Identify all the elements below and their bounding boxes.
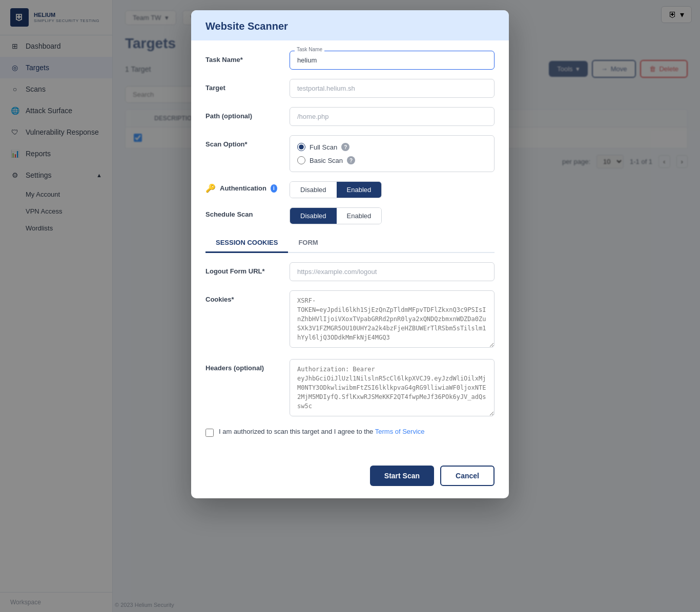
schedule-disabled-button[interactable]: Disabled <box>290 208 337 224</box>
headers-label: Headers (optional) <box>205 364 277 372</box>
full-scan-radio[interactable] <box>297 143 305 151</box>
headers-textarea[interactable] <box>290 359 495 416</box>
key-icon: 🔑 <box>205 183 216 193</box>
target-row: Target <box>205 79 495 98</box>
auth-enabled-button[interactable]: Enabled <box>337 182 382 198</box>
auth-tabs: SESSION COOKIES FORM <box>205 234 495 253</box>
modal-body: Task Name* Task Name Target <box>191 40 509 457</box>
full-scan-help-icon[interactable]: ? <box>341 143 349 151</box>
headers-row: Headers (optional) <box>205 359 495 418</box>
basic-scan-radio[interactable] <box>297 156 305 164</box>
auth-toggle: Disabled Enabled <box>290 181 382 198</box>
authentication-row: 🔑 Authentication i Disabled Enabled <box>205 181 495 198</box>
tab-form[interactable]: FORM <box>288 234 328 253</box>
cookies-row: Cookies* <box>205 290 495 350</box>
cancel-button[interactable]: Cancel <box>440 466 495 486</box>
start-scan-button[interactable]: Start Scan <box>370 466 434 486</box>
modal-footer: Start Scan Cancel <box>191 457 509 498</box>
modal-overlay: Website Scanner Task Name* Task Name <box>0 0 700 612</box>
auth-info-icon[interactable]: i <box>271 184 277 193</box>
path-input[interactable] <box>290 107 495 126</box>
logout-url-input[interactable] <box>290 262 495 281</box>
scan-option-label: Scan Option* <box>205 140 277 148</box>
auth-disabled-button[interactable]: Disabled <box>290 182 337 198</box>
task-name-input[interactable] <box>290 51 495 70</box>
modal-header: Website Scanner <box>191 10 509 40</box>
basic-scan-help-icon[interactable]: ? <box>347 156 355 164</box>
scan-option-row: Scan Option* Full Scan ? Basic Scan <box>205 135 495 172</box>
schedule-enabled-button[interactable]: Enabled <box>337 208 382 224</box>
path-label: Path (optional) <box>205 112 277 120</box>
schedule-toggle: Disabled Enabled <box>290 207 382 224</box>
path-row: Path (optional) <box>205 107 495 126</box>
modal-title: Website Scanner <box>205 20 495 32</box>
scan-option-group: Full Scan ? Basic Scan ? <box>290 135 495 172</box>
tos-link[interactable]: Terms of Service <box>375 428 425 435</box>
basic-scan-option[interactable]: Basic Scan ? <box>297 156 487 164</box>
tab-session-cookies[interactable]: SESSION COOKIES <box>205 234 288 253</box>
cookies-textarea[interactable] <box>290 290 495 348</box>
logout-url-row: Logout Form URL* <box>205 262 495 281</box>
logout-url-label: Logout Form URL* <box>205 267 277 275</box>
auth-label: 🔑 Authentication i <box>205 183 277 193</box>
schedule-scan-label: Schedule Scan <box>205 210 277 218</box>
target-input[interactable] <box>290 79 495 98</box>
full-scan-option[interactable]: Full Scan ? <box>297 143 487 151</box>
task-name-row: Task Name* Task Name <box>205 51 495 70</box>
website-scanner-modal: Website Scanner Task Name* Task Name <box>191 10 509 498</box>
schedule-scan-row: Schedule Scan Disabled Enabled <box>205 207 495 224</box>
tos-checkbox[interactable] <box>205 429 214 437</box>
cookies-label: Cookies* <box>205 296 277 303</box>
tos-checkbox-row: I am authorized to scan this target and … <box>205 428 495 437</box>
target-label: Target <box>205 84 277 92</box>
task-name-label: Task Name* <box>205 56 277 64</box>
